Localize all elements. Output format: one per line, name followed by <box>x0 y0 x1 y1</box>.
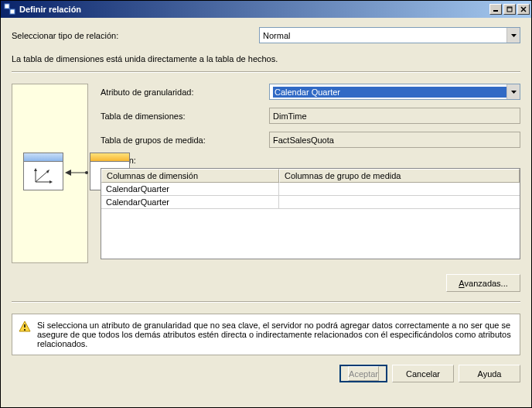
svg-marker-8 <box>511 34 517 37</box>
cancel-button[interactable]: Cancelar <box>392 365 454 382</box>
column-header-mg[interactable]: Columnas de grupo de medida <box>279 169 520 183</box>
app-icon <box>4 3 16 15</box>
accept-button[interactable]: Aceptar <box>339 365 387 382</box>
separator <box>12 71 520 73</box>
svg-line-11 <box>36 171 48 182</box>
description-text: La tabla de dimensiones está unida direc… <box>12 54 520 63</box>
mg-table-field: FactSalesQuota <box>269 132 520 148</box>
window-title: Definir relación <box>19 5 489 14</box>
table-row[interactable]: CalendarQuarter <box>101 183 520 196</box>
svg-marker-13 <box>49 180 53 183</box>
chevron-down-icon <box>506 84 520 99</box>
titlebar: Definir relación <box>1 1 531 18</box>
dim-table-label: Tabla de dimensiones: <box>101 111 269 121</box>
advanced-button[interactable]: Avanzadas... <box>446 274 520 292</box>
granularity-select[interactable]: Calendar Quarter <box>269 84 520 100</box>
relation-type-value: Normal <box>263 31 506 40</box>
maximize-button[interactable] <box>503 4 516 15</box>
mg-table-label: Tabla de grupos de medida: <box>101 135 269 145</box>
warning-text: Si selecciona un atributo de granularida… <box>37 321 513 348</box>
svg-marker-19 <box>65 170 71 176</box>
relation-label: Relación: <box>101 156 520 165</box>
svg-rect-0 <box>5 4 9 9</box>
svg-point-24 <box>24 329 26 331</box>
column-header-dim[interactable]: Columnas de dimensión <box>101 169 279 183</box>
svg-marker-12 <box>34 168 37 171</box>
dimension-table-icon <box>23 153 63 190</box>
svg-marker-21 <box>511 91 517 94</box>
relationship-diagram <box>12 84 88 263</box>
help-button[interactable]: Ayuda <box>459 365 520 382</box>
svg-line-2 <box>9 9 11 10</box>
svg-marker-14 <box>46 170 49 173</box>
relation-type-select[interactable]: Normal <box>259 27 520 43</box>
dim-table-field: DimTime <box>269 108 520 124</box>
chevron-down-icon <box>506 28 520 43</box>
type-label: Seleccionar tipo de relación: <box>12 31 228 40</box>
granularity-value: Calendar Quarter <box>273 87 506 98</box>
close-button[interactable] <box>517 4 530 15</box>
svg-point-20 <box>85 171 88 174</box>
warning-icon <box>19 321 31 333</box>
granularity-label: Atributo de granularidad: <box>101 87 269 97</box>
warning-panel: Si selecciona un atributo de granularida… <box>12 314 520 355</box>
minimize-button[interactable] <box>489 4 502 15</box>
separator <box>12 301 520 303</box>
relation-table[interactable]: Columnas de dimensión Columnas de grupo … <box>101 168 520 259</box>
table-row[interactable]: CalendarQuarter <box>101 196 520 209</box>
relationship-arrow-icon <box>63 168 90 177</box>
